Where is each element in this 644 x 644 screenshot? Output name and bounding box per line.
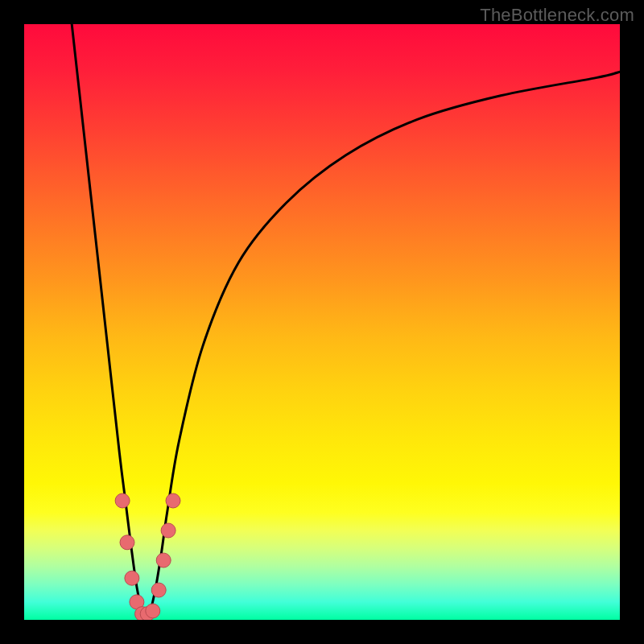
sample-dot bbox=[151, 583, 166, 597]
sample-dot bbox=[115, 493, 130, 508]
sample-dot bbox=[125, 571, 139, 585]
sample-dot bbox=[120, 535, 134, 550]
sample-dots bbox=[115, 493, 180, 620]
sample-dot bbox=[156, 553, 171, 568]
bottleneck-curve-path bbox=[72, 24, 620, 617]
plot-area bbox=[24, 24, 620, 620]
bottleneck-curve bbox=[72, 24, 620, 617]
sample-dot bbox=[166, 493, 180, 508]
curve-layer bbox=[24, 24, 620, 620]
chart-frame: TheBottleneck.com bbox=[0, 0, 644, 644]
sample-dot bbox=[161, 523, 175, 538]
sample-dot bbox=[146, 604, 160, 618]
watermark-text: TheBottleneck.com bbox=[480, 5, 634, 26]
